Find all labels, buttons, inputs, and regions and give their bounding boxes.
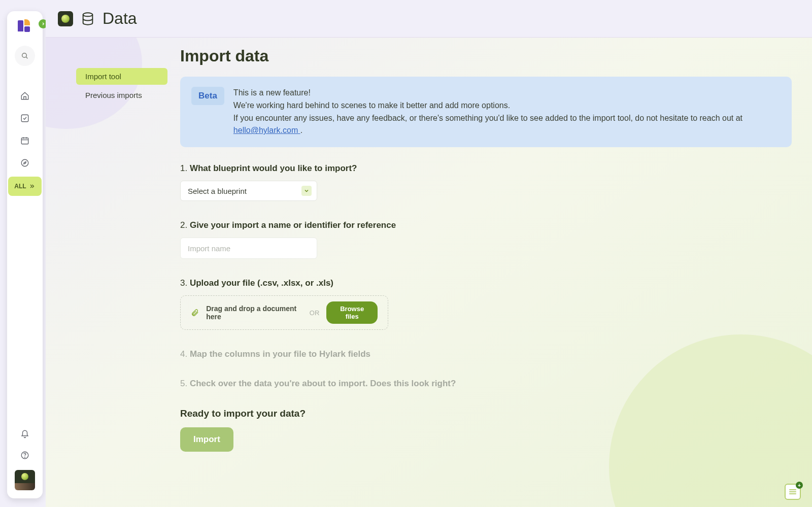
beta-notice: Beta This is a new feature! We're workin…	[180, 77, 792, 147]
ready-title: Ready to import your data?	[180, 408, 792, 419]
beta-line3: If you encounter any issues, have any fe…	[233, 112, 781, 138]
sub-nav: Import tool Previous imports	[76, 68, 167, 104]
nav-calendar[interactable]	[15, 134, 35, 147]
database-icon	[80, 11, 95, 26]
svg-line-1	[26, 57, 27, 58]
workspace-icon[interactable]	[58, 11, 73, 26]
nav-help[interactable]	[15, 449, 35, 462]
bell-icon	[20, 429, 29, 438]
sidebar-nav	[7, 89, 43, 170]
nav-explore[interactable]	[15, 156, 35, 170]
step-2-label: 2. Give your import a name or identifier…	[180, 220, 792, 230]
calendar-icon	[20, 136, 29, 145]
app-logo[interactable]	[18, 19, 32, 33]
svg-point-13	[83, 13, 93, 16]
chevron-right-icon	[41, 22, 45, 26]
checkbox-icon	[20, 114, 29, 123]
beta-text: This is a new feature! We're working har…	[233, 87, 781, 137]
page-title: Import data	[180, 47, 792, 65]
nav-all-label: ALL	[14, 183, 26, 190]
user-workspace-switcher[interactable]	[15, 470, 35, 490]
step-3-label: 3. Upload your file (.csv, .xlsx, or .xl…	[180, 278, 792, 288]
chevron-double-right-icon	[28, 183, 36, 189]
workspace-avatar	[15, 470, 35, 483]
svg-point-12	[25, 457, 25, 457]
import-name-input[interactable]	[180, 238, 317, 259]
page-header-title: Data	[103, 9, 137, 28]
or-label: OR	[310, 309, 320, 317]
step-5: 5. Check over the data you're about to i…	[180, 379, 792, 389]
step-1: 1. What blueprint would you like to impo…	[180, 163, 792, 201]
quick-notes-widget[interactable]: +	[785, 484, 801, 500]
user-avatar	[15, 483, 35, 490]
tab-import-tool[interactable]: Import tool	[76, 68, 167, 85]
browse-files-button[interactable]: Browse files	[326, 301, 378, 324]
compass-icon	[20, 158, 29, 167]
beta-email-link[interactable]: hello@hylark.com	[233, 126, 300, 134]
step-2: 2. Give your import a name or identifier…	[180, 220, 792, 259]
blueprint-select[interactable]: Select a blueprint	[180, 181, 317, 201]
svg-point-0	[22, 53, 27, 58]
step-3: 3. Upload your file (.csv, .xlsx, or .xl…	[180, 278, 792, 330]
svg-rect-3	[21, 138, 28, 144]
step-4: 4. Map the columns in your file to Hylar…	[180, 349, 792, 359]
top-header: Data	[46, 0, 812, 38]
home-icon	[20, 91, 29, 100]
chevron-down-icon	[301, 186, 312, 196]
step-5-label: 5. Check over the data you're about to i…	[180, 379, 792, 389]
import-button[interactable]: Import	[180, 427, 233, 452]
content: Import data Beta This is a new feature! …	[180, 47, 792, 452]
sidebar: ALL	[7, 11, 43, 498]
svg-rect-2	[21, 115, 28, 122]
drag-text: Drag and drop a document here	[206, 305, 302, 321]
nav-notifications[interactable]	[15, 427, 35, 441]
beta-line2: We're working hard behind to scenes to m…	[233, 99, 781, 112]
upload-dropzone[interactable]: Drag and drop a document here OR Browse …	[180, 295, 388, 330]
beta-line1: This is a new feature!	[233, 87, 781, 99]
svg-point-10	[21, 159, 28, 166]
nav-tasks[interactable]	[15, 112, 35, 125]
search-icon	[21, 52, 29, 60]
nav-all[interactable]: ALL	[8, 177, 42, 196]
step-1-label: 1. What blueprint would you like to impo…	[180, 163, 792, 174]
paperclip-icon	[191, 308, 199, 317]
ready-section: Ready to import your data? Import	[180, 408, 792, 452]
notes-icon	[789, 489, 796, 494]
main-area: Import tool Previous imports Import data…	[46, 38, 812, 507]
step-4-label: 4. Map the columns in your file to Hylar…	[180, 349, 792, 359]
search-button[interactable]	[15, 46, 35, 66]
beta-badge: Beta	[191, 87, 224, 105]
tab-previous-imports[interactable]: Previous imports	[76, 87, 167, 104]
nav-home[interactable]	[15, 89, 35, 103]
blueprint-select-placeholder: Select a blueprint	[188, 187, 247, 195]
help-icon	[20, 451, 29, 460]
plus-icon: +	[796, 482, 803, 489]
